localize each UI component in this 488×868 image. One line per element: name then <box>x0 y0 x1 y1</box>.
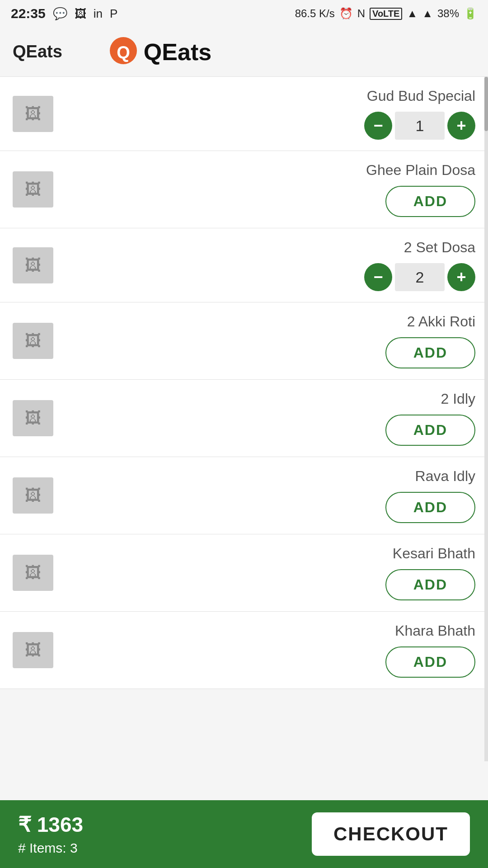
image-placeholder-icon: 🖼 <box>25 563 41 582</box>
item-right: 2 Idly ADD <box>53 391 475 446</box>
menu-list: 🖼 Gud Bud Special − + 🖼 Ghee Plain Dosa … <box>0 77 488 761</box>
item-name: Kesari Bhath <box>393 545 475 562</box>
menu-item: 🖼 Kesari Bhath ADD <box>0 534 488 612</box>
item-right: Gud Bud Special − + <box>53 88 475 140</box>
battery-icon: 🔋 <box>464 7 477 20</box>
menu-item: 🖼 2 Akki Roti ADD <box>0 302 488 380</box>
alarm-icon: ⏰ <box>339 7 353 20</box>
linkedin-icon: in <box>94 7 103 21</box>
add-item-button[interactable]: ADD <box>385 186 475 217</box>
checkout-bar: ₹ 1363 # Items: 3 CHECKOUT <box>0 800 488 868</box>
image-placeholder-icon: 🖼 <box>25 180 41 199</box>
image-placeholder-icon: 🖼 <box>25 331 41 350</box>
image-placeholder-icon: 🖼 <box>25 641 41 660</box>
logo-icon: Q <box>108 36 139 68</box>
item-right: Rava Idly ADD <box>53 468 475 523</box>
gallery-icon: 🖼 <box>75 7 86 21</box>
image-placeholder-icon: 🖼 <box>25 256 41 275</box>
image-placeholder-icon: 🖼 <box>25 486 41 505</box>
item-name: Khara Bhath <box>395 623 475 639</box>
decrease-qty-button[interactable]: − <box>364 263 392 291</box>
item-name: Gud Bud Special <box>367 88 475 104</box>
item-image: 🖼 <box>13 400 53 436</box>
item-image: 🖼 <box>13 323 53 359</box>
checkout-price: ₹ 1363 <box>18 812 83 837</box>
signal-icon: ▲ <box>422 7 433 20</box>
increase-qty-button[interactable]: + <box>447 112 475 140</box>
image-placeholder-icon: 🖼 <box>25 104 41 123</box>
item-image: 🖼 <box>13 632 53 668</box>
status-time: 22:35 <box>11 6 46 21</box>
quantity-input[interactable] <box>395 263 445 291</box>
menu-item: 🖼 Rava Idly ADD <box>0 457 488 534</box>
quantity-controls: − + <box>364 263 475 291</box>
item-image: 🖼 <box>13 555 53 591</box>
scrollbar[interactable] <box>484 77 488 761</box>
parking-icon: P <box>110 7 117 21</box>
logo-container: Q QEats <box>108 36 211 68</box>
item-name: 2 Set Dosa <box>404 239 475 256</box>
add-item-button[interactable]: ADD <box>385 337 475 368</box>
volte-icon: VoLTE <box>370 8 402 20</box>
increase-qty-button[interactable]: + <box>447 263 475 291</box>
checkout-button[interactable]: CHECKOUT <box>312 812 470 856</box>
item-right: Khara Bhath ADD <box>53 623 475 678</box>
add-item-button[interactable]: ADD <box>385 569 475 600</box>
nfc-icon: N <box>357 7 365 20</box>
add-item-button[interactable]: ADD <box>385 646 475 678</box>
app-header: QEats Q QEats <box>0 27 488 77</box>
item-image: 🖼 <box>13 247 53 283</box>
item-right: Ghee Plain Dosa ADD <box>53 162 475 217</box>
add-item-button[interactable]: ADD <box>385 415 475 446</box>
add-item-button[interactable]: ADD <box>385 492 475 523</box>
network-speed: 86.5 K/s <box>295 7 335 20</box>
status-bar: 22:35 💬 🖼 in P 86.5 K/s ⏰ N VoLTE ▲ ▲ 38… <box>0 0 488 27</box>
item-image: 🖼 <box>13 477 53 514</box>
menu-item: 🖼 2 Set Dosa − + <box>0 228 488 302</box>
item-name: Rava Idly <box>415 468 475 485</box>
scroll-thumb <box>484 77 488 131</box>
menu-item: 🖼 Ghee Plain Dosa ADD <box>0 151 488 228</box>
item-right: 2 Set Dosa − + <box>53 239 475 291</box>
quantity-input[interactable] <box>395 112 445 140</box>
wifi-icon: ▲ <box>407 7 418 20</box>
menu-item: 🖼 Khara Bhath ADD <box>0 612 488 689</box>
menu-item: 🖼 2 Idly ADD <box>0 380 488 457</box>
item-right: Kesari Bhath ADD <box>53 545 475 600</box>
menu-item: 🖼 Gud Bud Special − + <box>0 77 488 151</box>
decrease-qty-button[interactable]: − <box>364 112 392 140</box>
item-name: 2 Akki Roti <box>407 313 475 330</box>
battery-level: 38% <box>437 7 459 20</box>
logo-text: QEats <box>144 38 211 66</box>
checkout-items-count: # Items: 3 <box>18 840 83 856</box>
item-name: 2 Idly <box>441 391 475 407</box>
quantity-controls: − + <box>364 112 475 140</box>
item-name: Ghee Plain Dosa <box>366 162 475 179</box>
item-right: 2 Akki Roti ADD <box>53 313 475 368</box>
app-title: QEats <box>13 42 62 61</box>
checkout-info: ₹ 1363 # Items: 3 <box>18 812 83 856</box>
whatsapp-icon: 💬 <box>53 7 67 21</box>
item-image: 🖼 <box>13 96 53 132</box>
item-image: 🖼 <box>13 171 53 208</box>
svg-text:Q: Q <box>117 42 130 61</box>
image-placeholder-icon: 🖼 <box>25 409 41 428</box>
